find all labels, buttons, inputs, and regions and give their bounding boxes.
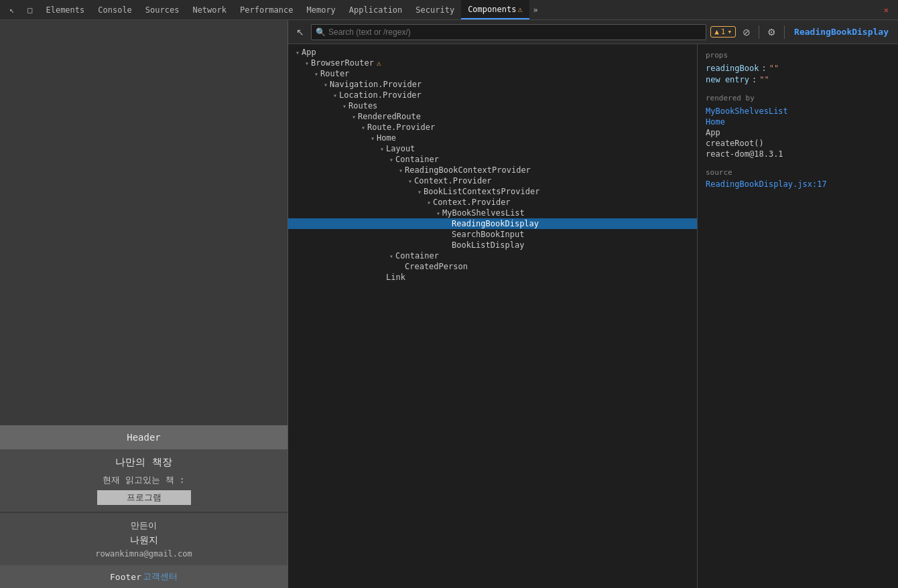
selected-component-label: ReadingBookDisplay — [790, 27, 893, 37]
settings-button[interactable]: ⚙ — [765, 24, 779, 40]
tree-node-name: RenderedRoute — [358, 112, 421, 121]
tree-node-name: Routes — [348, 101, 377, 111]
tab-sources[interactable]: Sources — [139, 0, 186, 19]
tree-node-name: BookListContextsProvider — [424, 187, 539, 196]
tab-application[interactable]: Application — [342, 0, 409, 19]
rendered-by-item[interactable]: Home — [706, 117, 890, 127]
preview-book-subtitle: 현재 읽고있는 책 : — [11, 474, 277, 486]
tree-node[interactable]: ▾ RenderedRoute — [288, 111, 697, 122]
tree-arrow: ▾ — [303, 60, 311, 67]
tree-arrow: ▾ — [406, 177, 414, 185]
tree-node[interactable]: ▾ Home — [288, 133, 697, 143]
tree-node-name: SearchBookInput — [452, 230, 524, 239]
rendered-by-section: rendered by MyBookShelvesListHomeAppcrea… — [706, 94, 890, 159]
tree-arrow: ▾ — [387, 156, 395, 163]
prop-colon: : — [761, 64, 766, 73]
tree-node-name: Navigation.Provider — [330, 80, 422, 89]
clear-filter-button[interactable]: ⊘ — [740, 24, 753, 40]
tree-node[interactable]: SearchBookInput — [288, 229, 697, 240]
prop-key: readingBook — [706, 64, 759, 73]
tab-console[interactable]: Console — [91, 0, 139, 19]
tree-arrow: ▾ — [387, 252, 395, 260]
tree-node[interactable]: ▾ Location.Provider — [288, 90, 697, 100]
tab-performance[interactable]: Performance — [233, 0, 300, 19]
main-area: Header 나만의 책장 현재 읽고있는 책 : 프로그램 만든이 나원지 r… — [0, 20, 898, 588]
tree-node[interactable]: ▾ Container — [288, 154, 697, 165]
search-box[interactable]: 🔍 — [311, 24, 706, 40]
component-tree[interactable]: ▾ App ▾ BrowserRouter ⚠ ▾ Router ▾ Navig… — [288, 44, 697, 588]
tree-node-name: Container — [395, 155, 439, 164]
tree-node[interactable]: ▾ Layout — [288, 143, 697, 154]
tree-arrow: ▾ — [425, 199, 433, 206]
tree-node[interactable]: ▾ BookListContextsProvider — [288, 186, 697, 197]
preview-content: Header 나만의 책장 현재 읽고있는 책 : 프로그램 만든이 나원지 r… — [0, 20, 287, 588]
tree-node[interactable]: Link — [288, 272, 697, 283]
tree-node[interactable]: ▾ Router — [288, 68, 697, 79]
warning-count: 1 — [721, 27, 726, 36]
preview-footer-link[interactable]: 고객센터 — [143, 571, 178, 583]
preview-creator-name: 나원지 — [7, 534, 281, 546]
tab-memory[interactable]: Memory — [300, 0, 342, 19]
tree-node-name: MyBookShelvesList — [442, 208, 525, 218]
source-file[interactable]: ReadingBookDisplay.jsx:17 — [706, 179, 827, 189]
rendered-by-item: createRoot() — [706, 139, 890, 148]
preview-creator-section: 만든이 나원지 rowankimna@gmail.com — [0, 513, 287, 565]
tab-cursor[interactable]: ↖ — [3, 0, 21, 19]
tab-more[interactable]: » — [529, 0, 542, 19]
tree-arrow: ▾ — [359, 124, 367, 131]
tree-arrow: ▾ — [369, 135, 377, 142]
tree-node[interactable]: ▾ Context.Provider — [288, 197, 697, 208]
tree-node-name: ReadingBookContextProvider — [405, 165, 531, 175]
tree-node-name: BookListDisplay — [452, 240, 524, 250]
prop-row: readingBook : "" — [706, 64, 890, 73]
tab-network[interactable]: Network — [186, 0, 233, 19]
prop-value: "" — [759, 75, 769, 84]
tab-elements[interactable]: Elements — [39, 0, 91, 19]
preview-creator-label: 만든이 — [7, 520, 281, 532]
tree-node[interactable]: ▾ Routes — [288, 100, 697, 111]
tab-security[interactable]: Security — [409, 0, 461, 19]
tree-arrow: ▾ — [378, 145, 386, 153]
prop-key: new entry — [706, 75, 749, 84]
tree-arrow: ▾ — [350, 113, 358, 121]
tree-arrow: ▾ — [312, 70, 320, 78]
tree-node-name: ReadingBookDisplay — [452, 219, 539, 228]
tree-node[interactable]: ▾ MyBookShelvesList — [288, 208, 697, 218]
tree-node-name: Route.Provider — [367, 123, 435, 132]
rendered-by-item[interactable]: MyBookShelvesList — [706, 106, 890, 116]
inspect-element-button[interactable]: ↖ — [294, 24, 307, 40]
tab-inspect[interactable]: □ — [21, 0, 39, 19]
tree-node[interactable]: ▾ Route.Provider — [288, 122, 697, 133]
tab-error-icon: ✕ — [877, 0, 895, 19]
source-title: source — [706, 168, 890, 177]
warning-badge[interactable]: ▲ 1 ▾ — [710, 26, 736, 38]
tree-node[interactable]: ▾ Context.Provider — [288, 175, 697, 186]
props-panel: props readingBook : "" new entry : "" re… — [697, 44, 898, 588]
tree-node-name: App — [302, 48, 316, 57]
source-section: source ReadingBookDisplay.jsx:17 — [706, 168, 890, 189]
tree-node-name: CreatedPerson — [405, 262, 468, 271]
tree-node[interactable]: ▾ Navigation.Provider — [288, 79, 697, 90]
tree-node[interactable]: ▾ BrowserRouter ⚠ — [288, 58, 697, 68]
tree-node[interactable]: BookListDisplay — [288, 240, 697, 250]
tree-node[interactable]: ▾ App — [288, 47, 697, 58]
prop-colon: : — [752, 75, 757, 84]
warning-icon: ▲ — [714, 27, 719, 36]
tree-node[interactable]: ▾ ReadingBookContextProvider — [288, 165, 697, 175]
preview-footer-label: Footer — [110, 572, 141, 582]
tree-arrow: ▾ — [331, 92, 339, 99]
tab-components[interactable]: Components ⚠ — [461, 0, 529, 19]
tab-components-warning-icon: ⚠ — [517, 5, 522, 14]
props-list: readingBook : "" new entry : "" — [706, 64, 890, 84]
prop-value: "" — [769, 64, 779, 73]
tree-node[interactable]: CreatedPerson — [288, 261, 697, 272]
preview-book-section: 나만의 책장 현재 읽고있는 책 : 프로그램 — [0, 449, 287, 512]
tree-node[interactable]: ReadingBookDisplay — [288, 218, 697, 229]
toolbar-separator-2 — [784, 25, 785, 39]
tree-node[interactable]: ▾ Container — [288, 250, 697, 261]
preview-pane: Header 나만의 책장 현재 읽고있는 책 : 프로그램 만든이 나원지 r… — [0, 20, 288, 588]
rendered-by-item: react-dom@18.3.1 — [706, 149, 890, 159]
tree-node-name: Layout — [386, 144, 415, 153]
search-input[interactable] — [328, 27, 702, 37]
tree-arrow: ▾ — [415, 188, 424, 196]
